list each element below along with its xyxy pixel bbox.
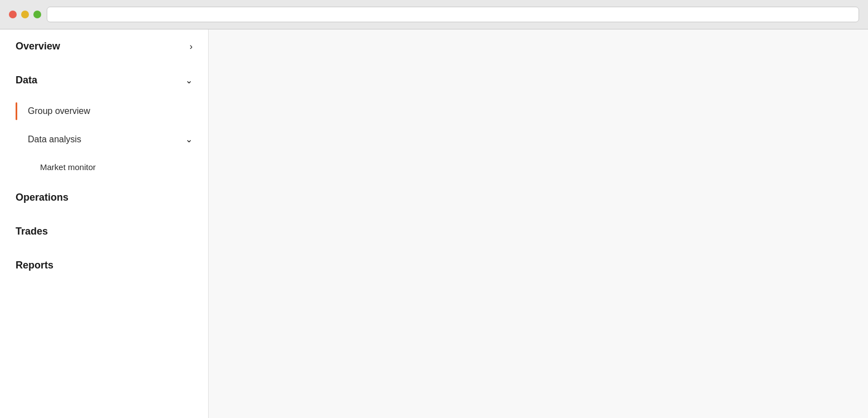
sidebar-item-data-analysis-label: Data analysis — [28, 135, 81, 145]
sidebar-item-operations-label: Operations — [16, 192, 68, 203]
address-bar[interactable] — [47, 7, 859, 22]
sidebar-item-trades-label: Trades — [16, 226, 48, 237]
sidebar-item-reports[interactable]: Reports — [0, 248, 208, 282]
sidebar-item-data-analysis[interactable]: Data analysis ⌄ — [0, 125, 208, 153]
chevron-down-icon-data-analysis: ⌄ — [185, 134, 193, 145]
browser-content: Overview › Data ⌄ Group overview Data an… — [0, 29, 868, 418]
sidebar-item-data[interactable]: Data ⌄ — [0, 63, 208, 97]
chevron-right-icon: › — [190, 42, 193, 52]
traffic-lights — [9, 11, 41, 18]
sidebar: Overview › Data ⌄ Group overview Data an… — [0, 29, 209, 418]
sidebar-item-market-monitor[interactable]: Market monitor — [0, 153, 208, 181]
sidebar-item-group-overview[interactable]: Group overview — [0, 97, 208, 125]
main-content — [209, 29, 868, 418]
sidebar-item-overview-label: Overview — [16, 41, 60, 52]
browser-chrome — [0, 0, 868, 29]
sidebar-item-overview[interactable]: Overview › — [0, 29, 208, 63]
maximize-button[interactable] — [33, 11, 41, 18]
sidebar-item-reports-label: Reports — [16, 260, 53, 271]
sidebar-item-operations[interactable]: Operations — [0, 181, 208, 215]
sidebar-item-group-overview-label: Group overview — [28, 106, 90, 116]
sidebar-item-market-monitor-label: Market monitor — [40, 162, 96, 172]
chevron-down-icon: ⌄ — [185, 75, 193, 86]
sidebar-item-data-label: Data — [16, 74, 37, 86]
minimize-button[interactable] — [21, 11, 29, 18]
sidebar-item-trades[interactable]: Trades — [0, 215, 208, 248]
close-button[interactable] — [9, 11, 17, 18]
